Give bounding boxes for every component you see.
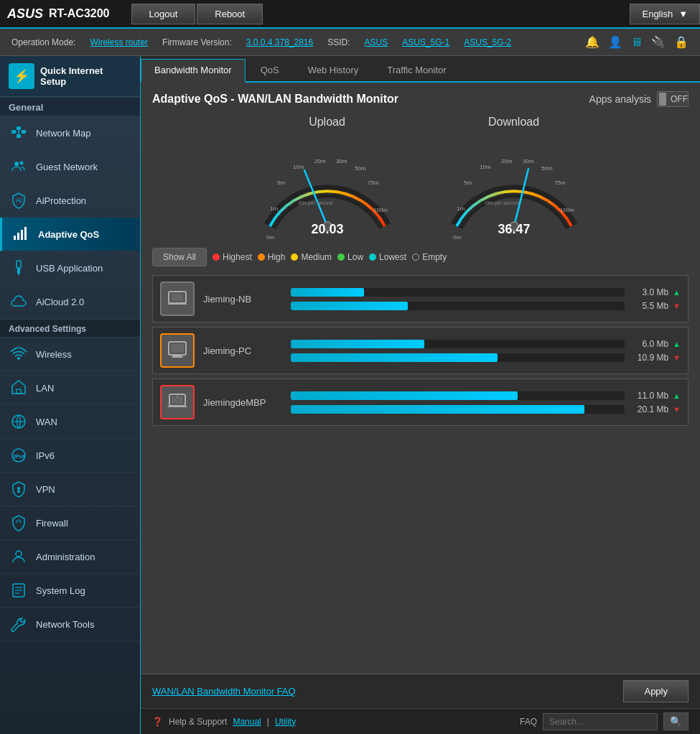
network-tools-icon	[9, 614, 29, 634]
sidebar-item-lan[interactable]: LAN	[0, 371, 140, 405]
quick-internet-setup[interactable]: ⚡ Quick InternetSetup	[0, 56, 140, 97]
svg-text:50m: 50m	[355, 165, 366, 172]
sidebar-item-aicloud[interactable]: AiCloud 2.0	[0, 285, 140, 319]
firmware-value[interactable]: 3.0.0.4.378_2816	[246, 37, 313, 47]
faq-search-button[interactable]: 🔍	[663, 712, 689, 730]
sidebar-item-network-map[interactable]: Network Map	[0, 116, 140, 150]
download-bar-fill	[291, 353, 498, 362]
bell-icon[interactable]: 🔔	[585, 35, 599, 49]
aicloud-icon	[9, 292, 29, 312]
download-arrow-icon: ▼	[673, 353, 681, 362]
svg-rect-56	[172, 294, 183, 301]
upload-arrow-icon: ▲	[673, 391, 681, 400]
ssid-label: SSID:	[327, 37, 350, 47]
svg-text:100m: 100m	[373, 207, 388, 213]
svg-text:36.47: 36.47	[498, 222, 530, 236]
guest-network-icon	[9, 157, 29, 177]
monitor-icon[interactable]: 🖥	[631, 36, 643, 49]
medium-filter[interactable]: Medium	[291, 252, 332, 262]
sidebar-item-label: Wireless	[36, 349, 72, 360]
logout-button[interactable]: Logout	[131, 4, 196, 24]
tab-bandwidth-monitor[interactable]: Bandwidth Monitor	[141, 59, 246, 83]
svg-rect-15	[17, 268, 20, 274]
apps-analysis-toggle[interactable]: OFF	[657, 91, 689, 107]
highest-dot	[213, 254, 220, 261]
page-title-bar: Adaptive QoS - WAN/LAN Bandwidth Monitor…	[152, 91, 689, 107]
ssid3-link[interactable]: ASUS_5G-2	[464, 37, 511, 47]
utility-link[interactable]: Utility	[275, 717, 296, 727]
svg-rect-0	[11, 130, 16, 134]
ssid2-link[interactable]: ASUS_5G-1	[402, 37, 449, 47]
table-row: JiemingdeMBP 11.0 Mb ▲	[152, 378, 689, 426]
download-bar-track	[291, 353, 625, 362]
sidebar-item-label: System Log	[36, 585, 85, 596]
device-bars-pc: 6.0 Mb ▲ 10.9 Mb ▼	[291, 339, 681, 363]
sidebar-item-system-log[interactable]: System Log	[0, 574, 140, 608]
sidebar-item-guest-network[interactable]: Guest Network	[0, 150, 140, 184]
manual-link[interactable]: Manual	[233, 717, 261, 727]
sidebar-item-label: Guest Network	[36, 162, 98, 172]
high-dot	[258, 254, 265, 261]
user-icon[interactable]: 👤	[608, 35, 622, 49]
sidebar-item-usb-application[interactable]: USB Application	[0, 251, 140, 285]
low-filter[interactable]: Low	[337, 252, 363, 262]
faq-link[interactable]: WAN/LAN Bandwidth Monitor FAQ	[152, 686, 296, 697]
svg-text:0m: 0m	[266, 234, 274, 241]
high-filter[interactable]: High	[258, 252, 286, 262]
sidebar-item-adaptive-qos[interactable]: Adaptive QoS	[0, 218, 140, 251]
tab-web-history[interactable]: Web History	[294, 59, 373, 81]
apply-button[interactable]: Apply	[623, 680, 689, 702]
sidebar-item-label: LAN	[36, 383, 54, 394]
operation-mode-label: Operation Mode:	[11, 37, 75, 47]
sidebar-item-vpn[interactable]: VPN	[0, 473, 140, 506]
sidebar-item-network-tools[interactable]: Network Tools	[0, 608, 140, 641]
svg-rect-2	[22, 130, 26, 134]
svg-text:20.03: 20.03	[311, 222, 343, 236]
sidebar-item-label: Network Tools	[36, 619, 94, 630]
svg-rect-12	[21, 230, 23, 240]
content-area: Bandwidth Monitor QoS Web History Traffi…	[141, 56, 700, 734]
lowest-filter[interactable]: Lowest	[369, 252, 406, 262]
tab-qos[interactable]: QoS	[247, 59, 293, 81]
language-selector[interactable]: English ▼	[630, 4, 700, 24]
show-all-button[interactable]: Show All	[152, 248, 207, 266]
tab-traffic-monitor[interactable]: Traffic Monitor	[373, 59, 459, 81]
info-bar: Operation Mode: Wireless router Firmware…	[0, 29, 700, 56]
sidebar-item-administration[interactable]: Administration	[0, 540, 140, 574]
upload-speed: 6.0 Mb	[629, 339, 668, 349]
download-speed: 5.5 Mb	[629, 301, 668, 311]
help-icon: ❓	[152, 717, 163, 727]
low-label: Low	[347, 252, 363, 262]
sidebar-item-firewall[interactable]: Firewall	[0, 506, 140, 540]
highest-filter[interactable]: Highest	[213, 252, 252, 262]
lock-icon[interactable]: 🔒	[674, 35, 689, 49]
upload-bar-fill	[291, 288, 364, 297]
table-row: Jieming-PC 6.0 Mb ▲	[152, 327, 689, 374]
reboot-button[interactable]: Reboot	[197, 4, 263, 24]
vpn-icon	[9, 479, 29, 499]
bottom-bar: WAN/LAN Bandwidth Monitor FAQ Apply	[141, 674, 700, 708]
empty-filter[interactable]: Empty	[412, 252, 447, 262]
faq-search-input[interactable]	[543, 713, 658, 730]
faq-link-area: WAN/LAN Bandwidth Monitor FAQ	[152, 686, 296, 697]
quick-setup-icon: ⚡	[9, 63, 34, 89]
sidebar-item-label: Firewall	[36, 518, 68, 529]
faq-search-label: FAQ	[520, 717, 537, 727]
quick-setup-label: Quick InternetSetup	[40, 65, 103, 87]
ssid1-link[interactable]: ASUS	[365, 37, 388, 47]
sidebar-item-ipv6[interactable]: IPv6 IPv6	[0, 439, 140, 473]
download-arrow-icon: ▼	[673, 405, 681, 414]
sidebar-item-label: Administration	[36, 552, 95, 562]
sidebar-item-wireless[interactable]: Wireless	[0, 338, 140, 371]
download-speed: 10.9 Mb	[629, 353, 668, 363]
upload-bar-track	[291, 391, 625, 400]
svg-text:10m: 10m	[480, 164, 491, 170]
separator: |	[267, 717, 269, 727]
usb-icon[interactable]: 🔌	[651, 35, 666, 49]
sidebar-item-wan[interactable]: WAN	[0, 405, 140, 439]
main-layout: ⚡ Quick InternetSetup General Network Ma…	[0, 56, 700, 734]
sidebar-item-aiprotection[interactable]: AI AiProtection	[0, 184, 140, 218]
lowest-dot	[369, 254, 376, 261]
download-bar-fill	[291, 405, 584, 414]
operation-mode-value[interactable]: Wireless router	[90, 37, 148, 47]
